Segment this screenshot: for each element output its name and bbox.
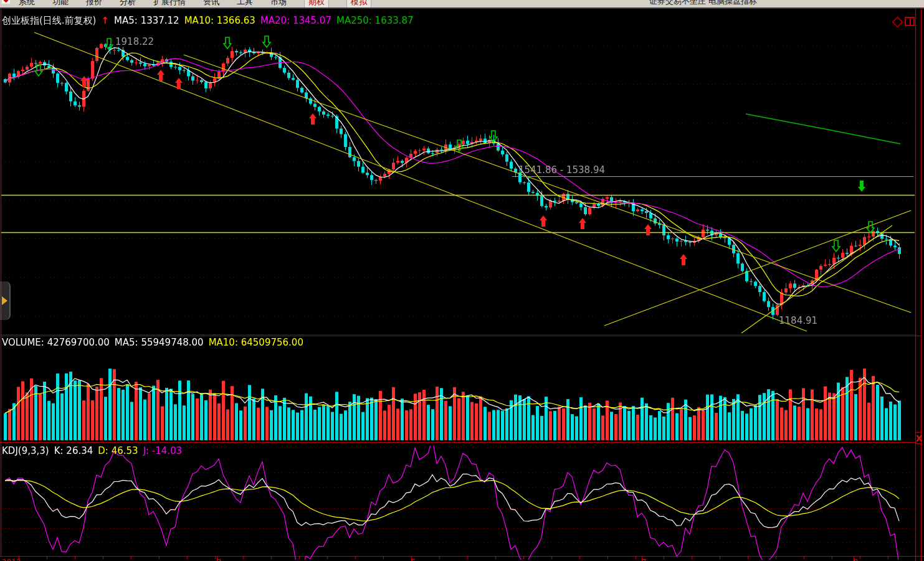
menu-item-simulation[interactable]: 模拟	[346, 0, 371, 8]
gap-range-label: 1541.86 - 1538.94	[518, 164, 605, 176]
menu-item-quotes[interactable]: 报价	[86, 0, 102, 7]
sidebar-drawer-handle[interactable]	[0, 281, 11, 320]
kdj-k-value: K: 26.34	[54, 445, 93, 456]
axis-year-label: 2012	[2, 558, 21, 561]
trading-terminal: ◆系统功能报价分析扩展行情资讯工具市场期权模拟 证券交易不坐庄 电脑操盘指标 创…	[0, 0, 924, 561]
menu-item-news[interactable]: 资讯	[203, 0, 219, 7]
axis-month-label: 5	[411, 558, 416, 561]
legend-ma10: MA10: 1366.63	[184, 15, 255, 26]
drawer-arrow-icon	[2, 296, 7, 305]
split-window-divider	[910, 18, 911, 25]
kdj-name: KDJ(9,3,3)	[2, 445, 49, 456]
legend-ma5: MA5: 1337.12	[114, 15, 179, 26]
menu-right-slogan: 证券交易不坐庄 电脑操盘指标	[649, 0, 757, 7]
axis-month-label: 7	[642, 558, 647, 561]
main-pane-legend: 创业板指(日线.前复权)↑MA5: 1337.12MA10: 1366.63MA…	[2, 15, 419, 27]
chart-canvas[interactable]	[0, 0, 924, 561]
date-axis: 2012 3 5 7 9	[0, 556, 924, 561]
close-indicator-pane-button[interactable]: X	[916, 434, 923, 443]
kdj-d-value: D: 46.53	[98, 445, 138, 456]
menu-item-function[interactable]: 功能	[52, 0, 69, 7]
split-window-icon[interactable]	[905, 17, 915, 26]
high-price-label: 1918.22	[115, 36, 154, 47]
menu-item-market[interactable]: 市场	[270, 0, 287, 7]
menu-item-tools[interactable]: 工具	[237, 0, 253, 7]
menu-item-extended-quotes[interactable]: 扩展行情	[153, 0, 186, 7]
legend-ma250: MA250: 1633.87	[336, 15, 414, 26]
kdj-j-value: J: -14.03	[143, 445, 183, 456]
menu-item-analysis[interactable]: 分析	[120, 0, 136, 7]
low-price-label: 1184.91	[779, 315, 817, 326]
up-arrow-icon: ↑	[101, 15, 109, 26]
menu-item-system[interactable]: 系统	[19, 0, 35, 7]
axis-month-label: 3	[217, 558, 222, 561]
volume-ma10: MA10: 64509756.00	[209, 337, 303, 348]
chart-title: 创业板指(日线.前复权)	[2, 15, 96, 26]
menu-bar: ◆系统功能报价分析扩展行情资讯工具市场期权模拟 证券交易不坐庄 电脑操盘指标	[0, 0, 924, 8]
menu-item-options[interactable]: 期权	[304, 0, 329, 8]
axis-month-label: 9	[854, 558, 859, 561]
volume-ma5: MA5: 55949748.00	[115, 337, 204, 348]
volume-value: VOLUME: 42769700.00	[2, 337, 110, 348]
app-icon[interactable]: ◆	[2, 0, 10, 4]
volume-pane-legend: VOLUME: 42769700.00MA5: 55949748.00MA10:…	[2, 337, 308, 348]
kdj-pane-legend: KDJ(9,3,3)K: 26.34D: 46.53J: -14.03	[2, 445, 187, 456]
legend-ma20: MA20: 1345.07	[260, 15, 331, 26]
